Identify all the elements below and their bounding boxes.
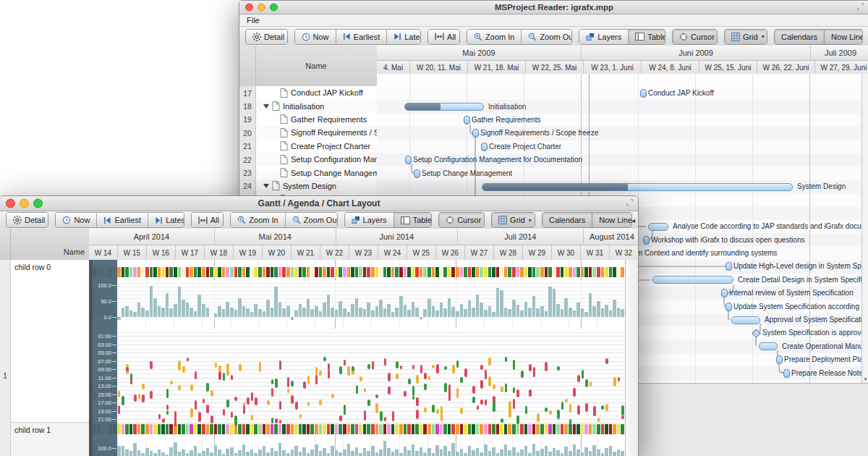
agenda-event[interactable]	[267, 400, 270, 405]
agenda-event[interactable]	[375, 403, 378, 413]
agenda-event[interactable]	[210, 415, 213, 423]
agenda-event[interactable]	[432, 365, 435, 369]
agenda-event[interactable]	[367, 364, 370, 369]
agenda-event[interactable]	[460, 408, 463, 414]
agenda-event[interactable]	[344, 409, 346, 415]
front-all-button[interactable]: All	[192, 213, 224, 227]
agenda-event[interactable]	[513, 387, 516, 393]
agenda-event[interactable]	[605, 358, 608, 364]
week-header-cell[interactable]: W 14	[89, 245, 118, 260]
agenda-event[interactable]	[384, 358, 387, 366]
week-header-cell[interactable]: W 21	[292, 245, 320, 260]
agenda-event[interactable]	[416, 410, 419, 419]
back-all-button[interactable]: All	[428, 30, 460, 44]
agenda-event[interactable]	[408, 379, 411, 384]
agenda-event[interactable]	[585, 379, 588, 387]
month-header-cell[interactable]: Juli 2009	[811, 46, 868, 60]
agenda-event[interactable]	[545, 362, 548, 372]
toolbar-overflow-icon[interactable]: ◂	[631, 216, 635, 224]
week-header-cell[interactable]: W 27, 29. Juni	[815, 61, 868, 74]
fullscreen-icon[interactable]	[856, 3, 864, 12]
agenda-event[interactable]	[198, 412, 201, 422]
agenda-event[interactable]	[416, 375, 419, 384]
agenda-event[interactable]	[569, 404, 572, 413]
table-row[interactable]: 19Gather Requirements	[239, 113, 377, 127]
agenda-event[interactable]	[234, 397, 237, 401]
back-table-header[interactable]: Name	[239, 46, 377, 87]
milestone-bar[interactable]	[472, 129, 479, 138]
table-row[interactable]: 18Initialisation	[239, 99, 377, 113]
agenda-event[interactable]	[613, 377, 616, 387]
agenda-event[interactable]	[582, 370, 584, 379]
task-bar[interactable]	[652, 276, 733, 284]
agenda-event[interactable]	[573, 388, 576, 397]
agenda-event[interactable]	[195, 400, 197, 410]
week-header-cell[interactable]: W 25, 15. Juni	[699, 61, 757, 74]
agenda-event[interactable]	[187, 358, 190, 361]
front-vertical-scrollbar[interactable]	[625, 260, 638, 456]
agenda-event[interactable]	[231, 412, 234, 418]
week-header-cell[interactable]: W 29	[523, 245, 552, 260]
milestone-bar[interactable]	[783, 369, 790, 378]
agenda-event[interactable]	[424, 384, 427, 390]
agenda-event[interactable]	[243, 402, 246, 406]
agenda-event[interactable]	[488, 376, 491, 387]
agenda-event[interactable]	[218, 366, 221, 372]
agenda-event[interactable]	[549, 410, 552, 415]
front-layers-button[interactable]: Layers	[345, 213, 393, 227]
milestone-bar[interactable]	[643, 236, 650, 245]
agenda-event[interactable]	[384, 417, 387, 421]
agenda-event[interactable]	[424, 408, 427, 413]
agenda-event[interactable]	[577, 405, 580, 415]
agenda-event[interactable]	[142, 394, 145, 402]
week-header-cell[interactable]: W 15	[118, 245, 147, 260]
agenda-event[interactable]	[480, 400, 483, 405]
agenda-event[interactable]	[472, 397, 475, 403]
agenda-event[interactable]	[501, 418, 503, 423]
back-latest-button[interactable]: Latest	[386, 30, 421, 44]
front-detail-button[interactable]: Detail	[7, 213, 48, 227]
week-header-cell[interactable]: W 32	[610, 245, 638, 260]
milestone-bar[interactable]	[414, 169, 420, 178]
week-header-cell[interactable]: W 25	[407, 245, 436, 260]
back-cursor-button[interactable]: Cursor	[673, 30, 718, 44]
agenda-event[interactable]	[352, 371, 354, 375]
agenda-event[interactable]	[118, 405, 121, 414]
week-header-cell[interactable]: W 19	[234, 245, 263, 260]
zoom-window-icon[interactable]	[33, 199, 43, 208]
agenda-event[interactable]	[557, 366, 560, 371]
milestone-bar[interactable]	[726, 303, 732, 311]
month-header-cell[interactable]: August 2014	[584, 229, 638, 245]
agenda-event[interactable]	[529, 364, 532, 372]
front-cursor-button[interactable]: Cursor	[439, 213, 485, 227]
agenda-event[interactable]	[375, 394, 378, 398]
agenda-event[interactable]	[412, 365, 415, 369]
back-table-button[interactable]: Table	[628, 30, 665, 44]
agenda-event[interactable]	[174, 419, 177, 426]
agenda-event[interactable]	[621, 415, 624, 419]
agenda-event[interactable]	[166, 410, 169, 414]
agenda-event[interactable]	[493, 384, 495, 389]
front-table-header[interactable]: Name	[0, 229, 89, 261]
agenda-event[interactable]	[206, 405, 209, 413]
agenda-event[interactable]	[134, 394, 137, 401]
agenda-event[interactable]	[299, 414, 302, 419]
agenda-event[interactable]	[501, 387, 503, 392]
back-grid-button[interactable]: Grid▾	[725, 30, 767, 44]
agenda-event[interactable]	[493, 402, 495, 412]
agenda-event[interactable]	[605, 404, 608, 412]
agenda-event[interactable]	[456, 360, 459, 367]
agenda-event[interactable]	[291, 395, 294, 404]
agenda-event[interactable]	[456, 388, 459, 398]
table-row[interactable]: 24System Design	[239, 180, 377, 193]
week-header-cell[interactable]: W 30	[552, 245, 581, 260]
agenda-event[interactable]	[279, 360, 282, 370]
agenda-event[interactable]	[513, 360, 516, 370]
agenda-event[interactable]	[328, 370, 331, 379]
agenda-event[interactable]	[166, 405, 169, 410]
week-header-cell[interactable]: W 16	[147, 245, 176, 260]
milestone-bar[interactable]	[481, 143, 488, 151]
week-header-cell[interactable]: W 27	[465, 245, 494, 260]
disclosure-triangle-icon[interactable]	[263, 184, 269, 188]
agenda-event[interactable]	[190, 384, 193, 390]
